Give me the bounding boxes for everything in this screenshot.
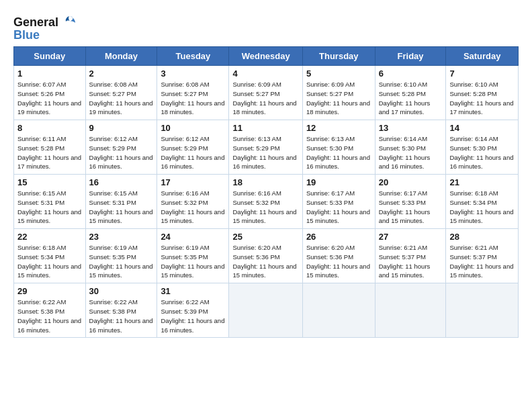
calendar-week-row: 15Sunrise: 6:15 AMSunset: 5:31 PMDayligh…	[14, 175, 519, 229]
calendar-cell: 24Sunrise: 6:19 AMSunset: 5:35 PMDayligh…	[157, 229, 229, 283]
day-number: 31	[161, 286, 225, 296]
day-number: 30	[89, 286, 154, 296]
calendar-cell: 11Sunrise: 6:13 AMSunset: 5:29 PMDayligh…	[229, 120, 302, 175]
day-info: Sunrise: 6:10 AMSunset: 5:28 PMDaylight:…	[449, 80, 515, 117]
calendar-table: SundayMondayTuesdayWednesdayThursdayFrid…	[13, 46, 519, 338]
calendar-week-row: 8Sunrise: 6:11 AMSunset: 5:28 PMDaylight…	[14, 120, 519, 175]
calendar-cell: 25Sunrise: 6:20 AMSunset: 5:36 PMDayligh…	[229, 229, 302, 283]
day-info: Sunrise: 6:08 AMSunset: 5:27 PMDaylight:…	[89, 80, 154, 117]
calendar-cell: 18Sunrise: 6:16 AMSunset: 5:32 PMDayligh…	[229, 175, 302, 229]
weekday-header-saturday: Saturday	[446, 47, 519, 66]
day-info: Sunrise: 6:12 AMSunset: 5:29 PMDaylight:…	[89, 134, 154, 171]
day-number: 19	[306, 177, 371, 187]
weekday-header-tuesday: Tuesday	[157, 47, 229, 66]
logo-general: General	[13, 15, 58, 30]
day-number: 24	[161, 232, 225, 242]
day-info: Sunrise: 6:14 AMSunset: 5:30 PMDaylight:…	[449, 134, 515, 171]
calendar-cell: 26Sunrise: 6:20 AMSunset: 5:36 PMDayligh…	[302, 229, 375, 283]
day-number: 2	[89, 68, 154, 79]
day-number: 5	[306, 68, 371, 79]
day-info: Sunrise: 6:09 AMSunset: 5:27 PMDaylight:…	[306, 80, 371, 117]
day-info: Sunrise: 6:21 AMSunset: 5:37 PMDaylight:…	[449, 243, 515, 280]
day-number: 8	[17, 123, 82, 133]
day-info: Sunrise: 6:10 AMSunset: 5:28 PMDaylight:…	[379, 80, 443, 117]
calendar-cell: 31Sunrise: 6:22 AMSunset: 5:39 PMDayligh…	[157, 283, 229, 338]
day-number: 1	[17, 68, 82, 79]
day-info: Sunrise: 6:18 AMSunset: 5:34 PMDaylight:…	[449, 189, 515, 226]
day-info: Sunrise: 6:14 AMSunset: 5:30 PMDaylight:…	[379, 134, 443, 171]
day-info: Sunrise: 6:15 AMSunset: 5:31 PMDaylight:…	[17, 189, 82, 226]
day-number: 15	[17, 177, 82, 187]
calendar-cell: 15Sunrise: 6:15 AMSunset: 5:31 PMDayligh…	[14, 175, 86, 229]
day-number: 16	[89, 177, 154, 187]
day-info: Sunrise: 6:21 AMSunset: 5:37 PMDaylight:…	[379, 243, 443, 280]
day-number: 4	[232, 68, 298, 79]
day-number: 18	[232, 177, 298, 187]
day-number: 28	[449, 232, 515, 242]
day-info: Sunrise: 6:22 AMSunset: 5:39 PMDaylight:…	[161, 298, 225, 334]
day-number: 26	[306, 232, 371, 242]
day-number: 6	[379, 68, 443, 79]
calendar-cell	[229, 283, 302, 338]
day-info: Sunrise: 6:19 AMSunset: 5:35 PMDaylight:…	[161, 243, 225, 280]
day-info: Sunrise: 6:20 AMSunset: 5:36 PMDaylight:…	[306, 243, 371, 280]
calendar-cell: 10Sunrise: 6:12 AMSunset: 5:29 PMDayligh…	[157, 120, 229, 175]
day-number: 7	[449, 68, 515, 79]
calendar-cell	[375, 283, 446, 338]
day-info: Sunrise: 6:07 AMSunset: 5:26 PMDaylight:…	[17, 80, 82, 117]
calendar-cell: 28Sunrise: 6:21 AMSunset: 5:37 PMDayligh…	[446, 229, 519, 283]
calendar-cell: 9Sunrise: 6:12 AMSunset: 5:29 PMDaylight…	[85, 120, 157, 175]
day-number: 17	[161, 177, 225, 187]
calendar-week-row: 22Sunrise: 6:18 AMSunset: 5:34 PMDayligh…	[14, 229, 519, 283]
calendar-cell: 23Sunrise: 6:19 AMSunset: 5:35 PMDayligh…	[85, 229, 157, 283]
day-info: Sunrise: 6:09 AMSunset: 5:27 PMDaylight:…	[232, 80, 298, 117]
day-info: Sunrise: 6:15 AMSunset: 5:31 PMDaylight:…	[89, 189, 154, 226]
calendar-cell: 27Sunrise: 6:21 AMSunset: 5:37 PMDayligh…	[375, 229, 446, 283]
calendar-header: SundayMondayTuesdayWednesdayThursdayFrid…	[14, 47, 519, 66]
day-number: 21	[449, 177, 515, 187]
weekday-header-wednesday: Wednesday	[229, 47, 302, 66]
day-info: Sunrise: 6:17 AMSunset: 5:33 PMDaylight:…	[379, 189, 443, 226]
day-number: 25	[232, 232, 298, 242]
weekday-header-row: SundayMondayTuesdayWednesdayThursdayFrid…	[14, 47, 519, 66]
calendar-cell: 17Sunrise: 6:16 AMSunset: 5:32 PMDayligh…	[157, 175, 229, 229]
day-info: Sunrise: 6:13 AMSunset: 5:29 PMDaylight:…	[232, 134, 298, 171]
day-number: 27	[379, 232, 443, 242]
calendar-cell: 6Sunrise: 6:10 AMSunset: 5:28 PMDaylight…	[375, 66, 446, 120]
calendar-cell: 8Sunrise: 6:11 AMSunset: 5:28 PMDaylight…	[14, 120, 86, 175]
weekday-header-thursday: Thursday	[302, 47, 375, 66]
calendar-week-row: 1Sunrise: 6:07 AMSunset: 5:26 PMDaylight…	[14, 66, 519, 120]
calendar-cell: 5Sunrise: 6:09 AMSunset: 5:27 PMDaylight…	[302, 66, 375, 120]
day-info: Sunrise: 6:20 AMSunset: 5:36 PMDaylight:…	[232, 243, 298, 280]
calendar-cell	[446, 283, 519, 338]
day-info: Sunrise: 6:16 AMSunset: 5:32 PMDaylight:…	[161, 189, 225, 226]
logo-container: General Blue	[13, 15, 78, 42]
calendar-cell: 20Sunrise: 6:17 AMSunset: 5:33 PMDayligh…	[375, 175, 446, 229]
calendar-cell: 1Sunrise: 6:07 AMSunset: 5:26 PMDaylight…	[14, 66, 86, 120]
calendar-body: 1Sunrise: 6:07 AMSunset: 5:26 PMDaylight…	[14, 66, 519, 338]
calendar-cell: 2Sunrise: 6:08 AMSunset: 5:27 PMDaylight…	[85, 66, 157, 120]
calendar-cell: 3Sunrise: 6:08 AMSunset: 5:27 PMDaylight…	[157, 66, 229, 120]
day-number: 14	[449, 123, 515, 133]
calendar-cell: 21Sunrise: 6:18 AMSunset: 5:34 PMDayligh…	[446, 175, 519, 229]
day-number: 3	[161, 68, 225, 79]
calendar-cell	[302, 283, 375, 338]
day-info: Sunrise: 6:12 AMSunset: 5:29 PMDaylight:…	[161, 134, 225, 171]
calendar-cell: 7Sunrise: 6:10 AMSunset: 5:28 PMDaylight…	[446, 66, 519, 120]
day-number: 22	[17, 232, 82, 242]
day-info: Sunrise: 6:16 AMSunset: 5:32 PMDaylight:…	[232, 189, 298, 226]
calendar-cell: 13Sunrise: 6:14 AMSunset: 5:30 PMDayligh…	[375, 120, 446, 175]
day-number: 20	[379, 177, 443, 187]
calendar-week-row: 29Sunrise: 6:22 AMSunset: 5:38 PMDayligh…	[14, 283, 519, 338]
calendar-cell: 16Sunrise: 6:15 AMSunset: 5:31 PMDayligh…	[85, 175, 157, 229]
logo-blue: Blue	[13, 28, 40, 42]
calendar-cell: 30Sunrise: 6:22 AMSunset: 5:38 PMDayligh…	[85, 283, 157, 338]
calendar-cell: 4Sunrise: 6:09 AMSunset: 5:27 PMDaylight…	[229, 66, 302, 120]
weekday-header-sunday: Sunday	[14, 47, 86, 66]
day-number: 9	[89, 123, 154, 133]
day-info: Sunrise: 6:08 AMSunset: 5:27 PMDaylight:…	[161, 80, 225, 117]
calendar-cell: 19Sunrise: 6:17 AMSunset: 5:33 PMDayligh…	[302, 175, 375, 229]
weekday-header-monday: Monday	[85, 47, 157, 66]
day-info: Sunrise: 6:22 AMSunset: 5:38 PMDaylight:…	[89, 298, 154, 334]
day-number: 29	[17, 286, 82, 296]
